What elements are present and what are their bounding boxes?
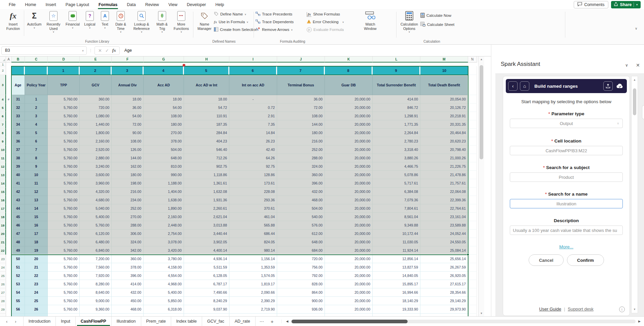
cell-E25[interactable]: 7,920.00 [80,272,112,280]
band-cell-E[interactable]: 2 [80,66,112,75]
cell-B4[interactable]: 31 [11,95,25,104]
cell-C17[interactable]: 14 [25,204,48,213]
cell-D29[interactable]: 5,760.00 [48,305,80,314]
cell-B5[interactable]: 32 [11,104,25,112]
cell-A28[interactable] [6,297,11,305]
cell-A16[interactable] [6,196,11,204]
user-guide-link[interactable]: User Guide [539,307,561,312]
cell-G14[interactable]: 1,188.00 [144,179,184,188]
cell-B29[interactable]: 56 [11,305,25,314]
row-header-19[interactable]: 19 [0,221,6,230]
row-header-12[interactable]: 12 [0,162,6,171]
header-cell-G[interactable]: Acc AD [144,75,184,95]
cell-N27[interactable] [468,288,477,297]
cell-B25[interactable]: 52 [11,272,25,280]
cell-I27[interactable]: 2,090.66 [229,288,277,297]
header-cell-K[interactable]: Guar DB [325,75,373,95]
cell-L7[interactable]: 1,771.35 [373,120,420,129]
column-header-D[interactable]: D [48,56,80,63]
cell-N3[interactable] [468,75,477,95]
cell-J22[interactable]: 684.00 [277,246,325,255]
cell-I18[interactable]: 461.04 [229,213,277,221]
cell-M13[interactable]: 21,478.86 [420,171,468,179]
cell-M14[interactable]: 21,757.61 [420,179,468,188]
cell-E15[interactable]: 4,320.00 [80,188,112,196]
cell-F15[interactable]: 216.00 [112,188,144,196]
watch-window-button[interactable]: Watch Window [360,9,381,37]
column-header-H[interactable]: H [184,56,229,63]
cell-K24[interactable]: 20,000.00 [325,263,373,272]
cell-N12[interactable] [468,162,477,171]
cell-N18[interactable] [468,213,477,221]
next-sheet-arrow[interactable]: › [15,319,16,324]
cell-G16[interactable]: 1,638.00 [144,196,184,204]
cell-C12[interactable]: 9 [25,162,48,171]
financial-button[interactable]: Financial∨ [64,9,82,37]
cell-F27[interactable]: 432.00 [112,288,144,297]
cell-L10[interactable]: 3,318.40 [373,146,420,154]
header-cell-L[interactable]: Total Surrender Benefit [373,75,420,95]
cell-F6[interactable]: 54.00 [112,112,144,120]
cell-D22[interactable]: 5,760.00 [48,246,80,255]
cell-H30[interactable]: 9,885.42 [184,314,229,316]
cell-I21[interactable]: 824.05 [229,238,277,246]
cell-F17[interactable]: 252.00 [112,204,144,213]
scroll-right-arrow[interactable]: ▶ [638,320,641,323]
sheet-tab-index-table[interactable]: Index table [171,317,202,326]
cell-E12[interactable]: 3,240.00 [80,162,112,171]
cell-H22[interactable]: 4,400.14 [184,246,229,255]
cell-K19[interactable]: 20,000.00 [325,221,373,230]
cell-L22[interactable]: 11,924.14 [373,246,420,255]
cell-A7[interactable] [6,120,11,129]
cell-F24[interactable]: 378.00 [112,263,144,272]
cell-G11[interactable]: 648.00 [144,154,184,162]
cell-J17[interactable]: 504.00 [277,204,325,213]
cell-E27[interactable]: 8,640.00 [80,288,112,297]
cell-A26[interactable] [6,280,11,288]
cell-K23[interactable]: 20,000.00 [325,255,373,263]
cell-C13[interactable]: 10 [25,171,48,179]
cell-F12[interactable]: 162.00 [112,162,144,171]
remove-arrows-button[interactable]: Remove Arrows∨ [256,27,307,33]
cell-E7[interactable]: 1,440.00 [80,120,112,129]
cell-I12[interactable]: 92.75 [229,162,277,171]
cell-I25[interactable]: 1,574.05 [229,272,277,280]
cell-H28[interactable]: 8,240.29 [184,297,229,305]
cell-F7[interactable]: 72.00 [112,120,144,129]
cell-C22[interactable]: 19 [25,246,48,255]
cell-A17[interactable] [6,204,11,213]
row-header-29[interactable]: 29 [0,305,6,314]
cell-A10[interactable] [6,146,11,154]
cell-B20[interactable]: 47 [11,230,25,238]
cell-E16[interactable]: 4,680.00 [80,196,112,204]
cell-C9[interactable]: 6 [25,137,48,146]
cell-L11[interactable]: 3,880.26 [373,154,420,162]
cell-L17[interactable]: 7,804.61 [373,204,420,213]
cell-M8[interactable]: 20,464.84 [420,129,468,137]
cell-C23[interactable]: 20 [25,255,48,263]
row-header-9[interactable]: 9 [0,137,6,146]
header-cell-C[interactable]: Policy Year [25,75,48,95]
cell-G6[interactable]: 108.00 [144,112,184,120]
cell-H13[interactable]: 1,118.86 [184,171,229,179]
cell-L13[interactable]: 5,078.86 [373,171,420,179]
cell-C4[interactable]: 1 [25,95,48,104]
cell-H10[interactable]: 546.40 [184,146,229,154]
column-header-J[interactable]: J [277,56,325,63]
cell-I17[interactable]: 370.61 [229,204,277,213]
cell-N24[interactable] [468,263,477,272]
cell-A19[interactable] [6,221,11,230]
cell-M27[interactable]: 28,354.66 [420,288,468,297]
sheet-tab-ad_rate[interactable]: AD_rate [229,317,256,326]
export-button[interactable] [603,81,613,91]
cell-G4[interactable]: 18.00 [144,95,184,104]
cell-F26[interactable]: 414.00 [112,280,144,288]
cell-N11[interactable] [468,154,477,162]
cell-B30[interactable]: 57 [11,314,25,316]
create-from-selection-button[interactable]: Create from Selection [214,27,253,33]
column-header-I[interactable]: I [229,56,277,63]
cell-I9[interactable]: 26.23 [229,137,277,146]
formula-bar-content[interactable]: Age [124,48,132,53]
cell-L30[interactable]: 20,577.42 [373,314,420,316]
cell-I6[interactable]: 2.91 [229,112,277,120]
